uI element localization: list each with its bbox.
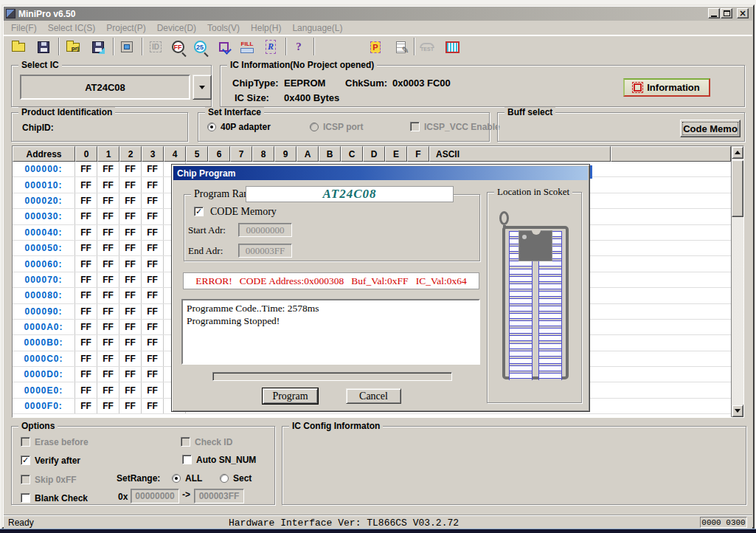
find-ff-button[interactable]: FF <box>167 37 188 57</box>
hex-column-header[interactable]: 1 <box>97 146 119 162</box>
hex-value-cell[interactable]: FF <box>142 399 164 413</box>
device-button[interactable] <box>117 37 137 57</box>
hex-column-header[interactable]: A <box>296 146 319 162</box>
fill-buffer-button[interactable]: FILL <box>237 37 257 57</box>
code-memory-checkbox[interactable]: ✓ <box>194 207 204 216</box>
hex-value-cell[interactable]: FF <box>75 225 97 240</box>
range-sect-radio[interactable] <box>220 474 229 483</box>
hex-value-cell[interactable]: FF <box>119 162 142 176</box>
read-chip-button[interactable]: R <box>260 37 281 57</box>
hex-column-header[interactable]: 6 <box>208 146 230 162</box>
hex-value-cell[interactable]: FF <box>75 241 97 255</box>
hex-value-cell[interactable]: FF <box>142 162 164 176</box>
hex-value-cell[interactable]: FF <box>75 399 97 413</box>
hex-value-cell[interactable]: FF <box>75 367 97 382</box>
menu-item[interactable]: Select IC(S) <box>48 23 96 33</box>
hex-value-cell[interactable]: FF <box>97 335 119 350</box>
open-file-button[interactable] <box>8 37 29 57</box>
hex-column-header[interactable]: D <box>363 146 385 162</box>
hex-value-cell[interactable]: FF <box>75 335 97 350</box>
code-memo-tab[interactable]: Code Memo <box>680 120 741 137</box>
hex-column-header[interactable]: 5 <box>186 146 208 162</box>
hex-value-cell[interactable]: FF <box>119 193 142 208</box>
close-button[interactable]: × <box>737 8 749 18</box>
verify-after-checkbox[interactable]: ✓ <box>21 455 30 465</box>
hex-value-cell[interactable]: FF <box>97 288 119 303</box>
hex-value-cell[interactable]: FF <box>119 382 142 397</box>
hex-value-cell[interactable]: FF <box>97 209 119 224</box>
menu-item[interactable]: File(F) <box>11 23 37 33</box>
hex-column-header[interactable]: 4 <box>164 146 186 162</box>
hex-value-cell[interactable]: FF <box>75 177 97 192</box>
hex-value-cell[interactable]: FF <box>142 272 164 287</box>
hex-column-header[interactable]: 3 <box>142 146 164 162</box>
hex-value-cell[interactable]: FF <box>97 241 119 255</box>
hex-column-header[interactable]: 8 <box>252 146 274 162</box>
dialog-title-bar[interactable]: Chip Program <box>173 166 588 180</box>
menu-item[interactable]: Help(H) <box>251 23 281 33</box>
hex-column-header[interactable]: ASCII <box>429 146 611 162</box>
hex-value-cell[interactable]: FF <box>75 320 97 334</box>
hex-value-cell[interactable]: FF <box>97 367 119 382</box>
hex-value-cell[interactable]: FF <box>142 256 164 271</box>
hex-value-cell[interactable]: FF <box>97 193 119 208</box>
verify-chip-button[interactable] <box>390 37 411 57</box>
hex-value-cell[interactable]: FF <box>119 256 142 271</box>
menu-item[interactable]: Language(L) <box>292 23 342 33</box>
cancel-button[interactable]: Cancel <box>346 388 401 404</box>
scroll-up-button[interactable] <box>732 146 743 159</box>
hex-value-cell[interactable]: FF <box>142 320 164 334</box>
scroll-down-button[interactable] <box>732 405 743 417</box>
scrollbar-thumb[interactable] <box>732 160 743 217</box>
hex-value-cell[interactable]: FF <box>75 209 97 224</box>
locate-chip-button[interactable] <box>213 37 234 57</box>
maximize-button[interactable] <box>721 8 732 18</box>
hex-value-cell[interactable]: FF <box>142 193 164 208</box>
hex-value-cell[interactable]: FF <box>119 225 142 240</box>
hex-column-header[interactable]: 7 <box>230 146 252 162</box>
erase-chip-button[interactable] <box>442 37 462 57</box>
hex-value-cell[interactable]: FF <box>142 335 164 350</box>
hex-value-cell[interactable]: FF <box>75 382 97 397</box>
hex-value-cell[interactable]: FF <box>97 351 119 366</box>
hex-value-cell[interactable]: FF <box>142 382 164 397</box>
blank-check-checkbox[interactable] <box>21 493 30 503</box>
hex-value-cell[interactable]: FF <box>142 351 164 366</box>
open-project-button[interactable]: prj <box>63 37 83 57</box>
hex-value-cell[interactable]: FF <box>142 225 164 240</box>
hex-value-cell[interactable]: FF <box>142 304 164 319</box>
help-button[interactable]: ? <box>288 37 309 57</box>
hex-value-cell[interactable]: FF <box>97 382 119 397</box>
hex-value-cell[interactable]: FF <box>119 272 142 287</box>
hex-value-cell[interactable]: FF <box>97 320 119 334</box>
menu-item[interactable]: Device(D) <box>157 23 196 33</box>
hex-value-cell[interactable]: FF <box>142 209 164 224</box>
adapter-40p-radio[interactable] <box>207 123 216 131</box>
save-project-button[interactable] <box>88 37 108 57</box>
minimize-button[interactable] <box>708 8 720 18</box>
hex-column-header[interactable]: Address <box>13 146 75 162</box>
hex-column-header[interactable]: C <box>341 146 363 162</box>
hex-value-cell[interactable]: FF <box>142 288 164 303</box>
hex-value-cell[interactable]: FF <box>119 304 142 319</box>
hex-value-cell[interactable]: FF <box>119 351 142 366</box>
menu-item[interactable]: Tools(V) <box>207 23 240 33</box>
hex-value-cell[interactable]: FF <box>75 272 97 287</box>
hex-value-cell[interactable]: FF <box>97 225 119 240</box>
hex-value-cell[interactable]: FF <box>75 256 97 271</box>
zoom-25-button[interactable]: 25 <box>190 37 210 57</box>
ic-combo-field[interactable]: AT24C08 <box>20 75 190 100</box>
hex-column-header[interactable]: F <box>407 146 429 162</box>
hex-column-header[interactable]: E <box>385 146 407 162</box>
range-all-radio[interactable] <box>172 474 181 483</box>
program-button[interactable]: Program <box>263 388 318 404</box>
hex-column-header[interactable]: 9 <box>274 146 296 162</box>
program-chip-button[interactable]: P <box>365 37 386 57</box>
hex-value-cell[interactable]: FF <box>97 177 119 192</box>
hex-value-cell[interactable]: FF <box>119 288 142 303</box>
hex-value-cell[interactable]: FF <box>97 399 119 413</box>
hex-value-cell[interactable]: FF <box>75 193 97 208</box>
hex-value-cell[interactable]: FF <box>75 288 97 303</box>
hex-value-cell[interactable]: FF <box>97 304 119 319</box>
hex-value-cell[interactable]: FF <box>119 209 142 224</box>
